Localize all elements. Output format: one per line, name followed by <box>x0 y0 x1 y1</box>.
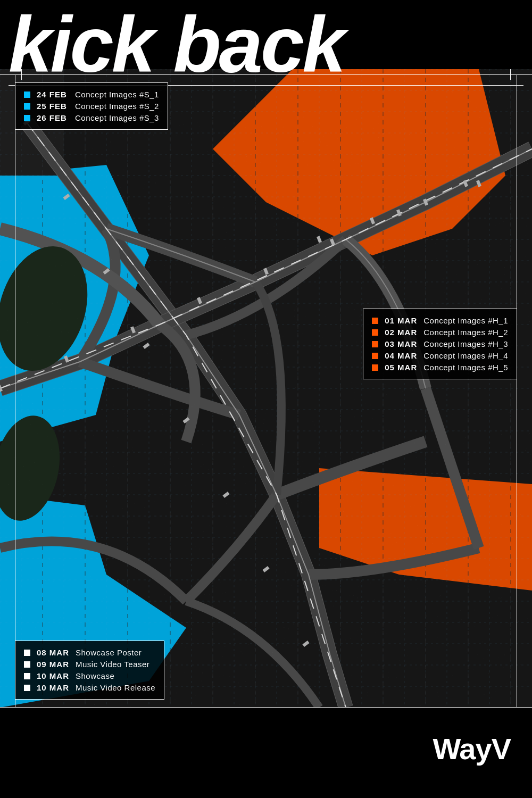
schedule-item: 10 MARMusic Video Release <box>24 683 155 692</box>
schedule-date: 09 MAR <box>37 660 69 669</box>
schedule-date: 26 FEB <box>37 113 69 122</box>
frame-bottom <box>0 707 532 708</box>
schedule-dot <box>24 115 30 121</box>
title-vline-right <box>510 69 511 80</box>
schedule-dot <box>24 103 30 110</box>
schedule-label: Concept Images #H_1 <box>423 316 508 325</box>
frame-right <box>517 74 517 708</box>
schedule-item: 08 MARShowcase Poster <box>24 648 155 657</box>
schedule-date: 01 MAR <box>385 316 417 325</box>
schedule-label: Showcase Poster <box>76 648 142 657</box>
schedule-date: 25 FEB <box>37 102 69 111</box>
schedule-date: 08 MAR <box>37 648 69 657</box>
schedule-date: 10 MAR <box>37 683 69 692</box>
schedule-label: Concept Images #S_2 <box>75 102 159 111</box>
schedule-date: 05 MAR <box>385 363 417 372</box>
schedule-bottom-panel: 08 MARShowcase Poster09 MARMusic Video T… <box>15 641 164 700</box>
schedule-item: 05 MARConcept Images #H_5 <box>372 363 508 372</box>
schedule-item: 25 FEBConcept Images #S_2 <box>24 102 159 111</box>
schedule-date: 10 MAR <box>37 671 69 680</box>
schedule-dot <box>24 650 30 656</box>
wayv-brand: WayV <box>433 732 511 766</box>
schedule-item: 01 MARConcept Images #H_1 <box>372 316 508 325</box>
schedule-dot <box>24 92 30 98</box>
schedule-label: Music Video Teaser <box>76 660 149 669</box>
schedule-top-panel: 24 FEBConcept Images #S_125 FEBConcept I… <box>15 82 168 130</box>
title-area: kick back <box>0 0 532 86</box>
schedule-label: Concept Images #H_5 <box>423 363 508 372</box>
schedule-dot <box>24 673 30 679</box>
schedule-item: 09 MARMusic Video Teaser <box>24 660 155 669</box>
schedule-dot <box>24 685 30 691</box>
schedule-item: 03 MARConcept Images #H_3 <box>372 339 508 348</box>
schedule-dot <box>372 364 378 371</box>
schedule-label: Concept Images #H_4 <box>423 351 508 360</box>
schedule-label: Concept Images #H_2 <box>423 328 508 337</box>
schedule-label: Music Video Release <box>76 683 155 692</box>
schedule-item: 04 MARConcept Images #H_4 <box>372 351 508 360</box>
schedule-item: 10 MARShowcase <box>24 671 155 680</box>
schedule-dot <box>372 341 378 347</box>
poster: kick back 24 FEBConcept Images #S_125 FE… <box>0 0 532 798</box>
schedule-dot <box>372 318 378 324</box>
schedule-dot <box>372 353 378 359</box>
schedule-dot <box>24 661 30 668</box>
schedule-date: 24 FEB <box>37 90 69 99</box>
aerial-image <box>0 69 532 708</box>
schedule-date: 03 MAR <box>385 339 417 348</box>
schedule-label: Concept Images #S_1 <box>75 90 159 99</box>
schedule-item: 26 FEBConcept Images #S_3 <box>24 113 159 122</box>
schedule-label: Showcase <box>76 671 114 680</box>
schedule-mid-panel: 01 MARConcept Images #H_102 MARConcept I… <box>363 309 517 379</box>
schedule-dot <box>372 329 378 336</box>
schedule-item: 02 MARConcept Images #H_2 <box>372 328 508 337</box>
schedule-item: 24 FEBConcept Images #S_1 <box>24 90 159 99</box>
frame-left <box>15 74 15 708</box>
title-vline-left <box>21 69 22 80</box>
main-title: kick back <box>9 5 523 84</box>
schedule-date: 04 MAR <box>385 351 417 360</box>
schedule-label: Concept Images #H_3 <box>423 339 508 348</box>
schedule-date: 02 MAR <box>385 328 417 337</box>
schedule-label: Concept Images #S_3 <box>75 113 159 122</box>
